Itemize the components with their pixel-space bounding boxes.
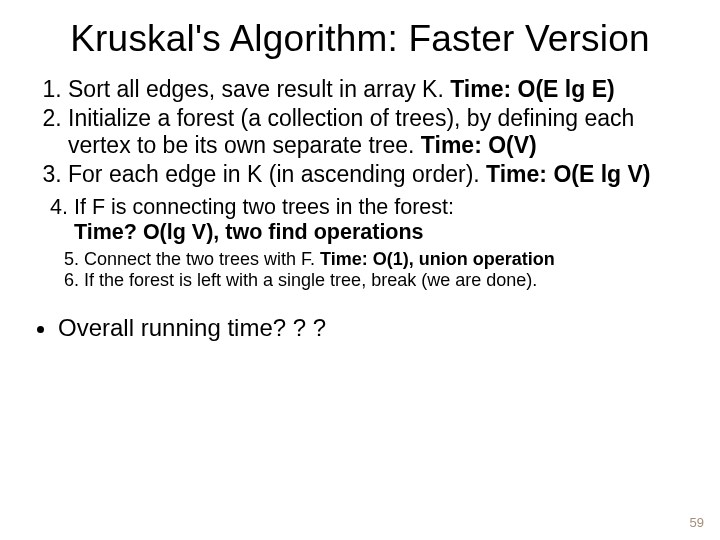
slide-title: Kruskal's Algorithm: Faster Version xyxy=(0,0,720,66)
list-level-1: Sort all edges, save result in array K. … xyxy=(34,76,686,189)
item-text: Initialize a forest (a collection of tre… xyxy=(68,105,634,158)
list-item: For each edge in K (in ascending order).… xyxy=(68,161,686,188)
item-bold: Time? O(lg V), two find operations xyxy=(74,220,424,244)
item-text: Sort all edges, save result in array K. xyxy=(68,76,450,102)
page-number: 59 xyxy=(690,515,704,530)
item-text: If F is connecting two trees in the fore… xyxy=(74,195,454,219)
bullet-list: Overall running time? ? ? xyxy=(34,314,686,342)
item-text: If the forest is left with a single tree… xyxy=(84,270,537,290)
list-item: Sort all edges, save result in array K. … xyxy=(68,76,686,103)
item-bold: Time: O(E lg E) xyxy=(450,76,614,102)
list-item: If the forest is left with a single tree… xyxy=(84,270,686,291)
list-item: If F is connecting two trees in the fore… xyxy=(74,195,686,246)
item-bold: Time: O(1), union operation xyxy=(320,249,555,269)
item-bold: Time: O(E lg V) xyxy=(486,161,650,187)
list-level-3: Connect the two trees with F. Time: O(1)… xyxy=(34,249,686,291)
slide: Kruskal's Algorithm: Faster Version Sort… xyxy=(0,0,720,540)
list-item: Initialize a forest (a collection of tre… xyxy=(68,105,686,159)
item-text: For each edge in K (in ascending order). xyxy=(68,161,486,187)
item-bold: Time: O(V) xyxy=(421,132,537,158)
item-text: Connect the two trees with F. xyxy=(84,249,320,269)
slide-body: Sort all edges, save result in array K. … xyxy=(0,66,720,342)
list-item: Connect the two trees with F. Time: O(1)… xyxy=(84,249,686,270)
bullet-item: Overall running time? ? ? xyxy=(58,314,686,342)
list-level-2: If F is connecting two trees in the fore… xyxy=(34,195,686,246)
